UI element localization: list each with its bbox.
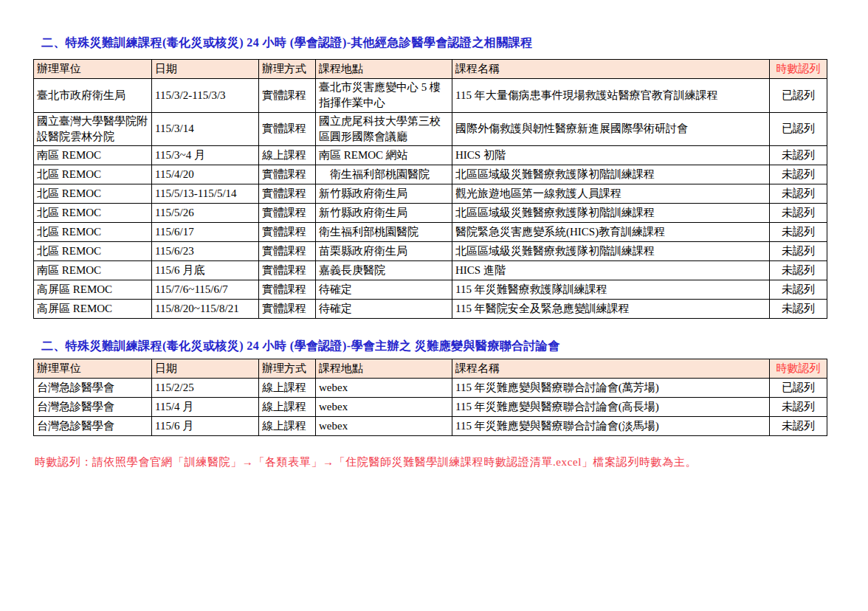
- course-name-cell: HICS 初階: [452, 146, 770, 165]
- table-header-row: 辦理單位日期辦理方式課程地點課程名稱時數認列: [34, 60, 827, 79]
- location-cell: 衛生福利部桃園醫院: [316, 223, 452, 242]
- organizer-cell: 北區 REMOC: [34, 165, 152, 184]
- method-cell: 實體課程: [259, 223, 316, 242]
- organizer-cell: 南區 REMOC: [34, 146, 152, 165]
- method-cell: 實體課程: [259, 79, 316, 113]
- course-name-cell: 115 年災難醫療救護隊訓練課程: [452, 280, 770, 300]
- column-header-method-cell: 辦理方式: [259, 359, 316, 379]
- date-cell: 115/6/17: [152, 223, 259, 242]
- location-cell: 臺北市災害應變中心 5 樓指揮作業中心: [316, 79, 452, 113]
- date-cell: 115/7/6~115/6/7: [152, 280, 259, 300]
- status-cell: 未認列: [770, 165, 827, 184]
- location-cell: webex: [316, 398, 452, 417]
- location-cell: 嘉義長庚醫院: [316, 261, 452, 280]
- column-header-date-cell: 日期: [152, 60, 259, 79]
- status-cell: 已認列: [770, 379, 827, 398]
- joint-conference-table: 辦理單位日期辦理方式課程地點課程名稱時數認列 台灣急診醫學會115/2/25線上…: [33, 359, 827, 436]
- course-name-cell: HICS 進階: [452, 261, 770, 280]
- course-name-cell: 北區區域級災難醫療救護隊初階訓練課程: [452, 165, 770, 184]
- method-cell: 實體課程: [259, 204, 316, 223]
- method-cell: 線上課程: [259, 417, 316, 436]
- location-cell: 新竹縣政府衛生局: [316, 184, 452, 204]
- date-cell: 115/2/25: [152, 379, 259, 398]
- organizer-cell: 北區 REMOC: [34, 242, 152, 261]
- organizer-cell: 臺北市政府衛生局: [34, 79, 152, 113]
- column-header-status-cell: 時數認列: [770, 60, 827, 79]
- table-row: 高屏區 REMOC115/7/6~115/6/7實體課程待確定115 年災難醫療…: [34, 280, 827, 300]
- date-cell: 115/6 月底: [152, 261, 259, 280]
- location-cell: 衛生福利部桃園醫院: [316, 165, 452, 184]
- organizer-cell: 台灣急診醫學會: [34, 398, 152, 417]
- status-cell: 未認列: [770, 184, 827, 204]
- date-cell: 115/3~4 月: [152, 146, 259, 165]
- method-cell: 實體課程: [259, 165, 316, 184]
- date-cell: 115/6 月: [152, 417, 259, 436]
- table-row: 高屏區 REMOC115/8/20~115/8/21實體課程待確定115 年醫院…: [34, 300, 827, 319]
- status-cell: 未認列: [770, 242, 827, 261]
- section-title-joint-conference: 二、特殊災難訓練課程(毒化災或核災) 24 小時 (學會認證)-學會主辦之 災難…: [41, 339, 868, 354]
- method-cell: 線上課程: [259, 398, 316, 417]
- location-cell: 國立虎尾科技大學第三校區圓形國際會議廳: [316, 112, 452, 146]
- date-cell: 115/4/20: [152, 165, 259, 184]
- date-cell: 115/3/14: [152, 112, 259, 146]
- course-name-cell: 115 年大量傷病患事件現場救護站醫療官教育訓練課程: [452, 79, 770, 113]
- table-row: 北區 REMOC115/4/20實體課程 衛生福利部桃園醫院北區區域級災難醫療救…: [34, 165, 827, 184]
- location-cell: 南區 REMOC 網站: [316, 146, 452, 165]
- table-row: 北區 REMOC115/5/13-115/5/14實體課程新竹縣政府衛生局觀光旅…: [34, 184, 827, 204]
- course-name-cell: 北區區域級災難醫療救護隊初階訓練課程: [452, 204, 770, 223]
- method-cell: 實體課程: [259, 300, 316, 319]
- location-cell: webex: [316, 417, 452, 436]
- course-name-cell: 北區區域級災難醫療救護隊初階訓練課程: [452, 242, 770, 261]
- organizer-cell: 台灣急診醫學會: [34, 417, 152, 436]
- table-row: 台灣急診醫學會115/2/25線上課程webex115 年災難應變與醫療聯合討論…: [34, 379, 827, 398]
- section-title-other-certified-courses: 二、特殊災難訓練課程(毒化災或核災) 24 小時 (學會認證)-其他經急診醫學會…: [41, 35, 868, 51]
- course-name-cell: 115 年醫院安全及緊急應變訓練課程: [452, 300, 770, 319]
- column-header-method-cell: 辦理方式: [259, 60, 316, 79]
- organizer-cell: 高屏區 REMOC: [34, 280, 152, 300]
- table-row: 北區 REMOC115/6/23實體課程苗栗縣政府衛生局北區區域級災難醫療救護隊…: [34, 242, 827, 261]
- method-cell: 實體課程: [259, 280, 316, 300]
- method-cell: 實體課程: [259, 261, 316, 280]
- location-cell: webex: [316, 379, 452, 398]
- course-name-cell: 國際外傷救護與韌性醫療新進展國際學術研討會: [452, 112, 770, 146]
- date-cell: 115/3/2-115/3/3: [152, 79, 259, 113]
- course-name-cell: 115 年災難應變與醫療聯合討論會(高長場): [452, 398, 770, 417]
- column-header-location-cell: 課程地點: [316, 359, 452, 379]
- organizer-cell: 北區 REMOC: [34, 204, 152, 223]
- method-cell: 實體課程: [259, 184, 316, 204]
- column-header-course-name-cell: 課程名稱: [452, 60, 770, 79]
- column-header-course-name-cell: 課程名稱: [452, 359, 770, 379]
- table-row: 北區 REMOC115/5/26實體課程新竹縣政府衛生局北區區域級災難醫療救護隊…: [34, 204, 827, 223]
- method-cell: 實體課程: [259, 242, 316, 261]
- course-name-cell: 觀光旅遊地區第一線救護人員課程: [452, 184, 770, 204]
- course-name-cell: 醫院緊急災害應變系統(HICS)教育訓練課程: [452, 223, 770, 242]
- date-cell: 115/4 月: [152, 398, 259, 417]
- organizer-cell: 台灣急診醫學會: [34, 379, 152, 398]
- date-cell: 115/8/20~115/8/21: [152, 300, 259, 319]
- other-certified-courses-table: 辦理單位日期辦理方式課程地點課程名稱時數認列 臺北市政府衛生局115/3/2-1…: [33, 59, 827, 319]
- table-row: 台灣急診醫學會115/6 月線上課程webex115 年災難應變與醫療聯合討論會…: [34, 417, 827, 436]
- date-cell: 115/6/23: [152, 242, 259, 261]
- status-cell: 未認列: [770, 204, 827, 223]
- status-cell: 已認列: [770, 79, 827, 113]
- table-row: 國立臺灣大學醫學院附設醫院雲林分院115/3/14實體課程國立虎尾科技大學第三校…: [34, 112, 827, 146]
- location-cell: 苗栗縣政府衛生局: [316, 242, 452, 261]
- status-cell: 未認列: [770, 146, 827, 165]
- location-cell: 新竹縣政府衛生局: [316, 204, 452, 223]
- method-cell: 實體課程: [259, 112, 316, 146]
- table-header-row: 辦理單位日期辦理方式課程地點課程名稱時數認列: [34, 359, 827, 379]
- document-page: 二、特殊災難訓練課程(毒化災或核災) 24 小時 (學會認證)-其他經急診醫學會…: [0, 0, 868, 611]
- table-row: 台灣急診醫學會115/4 月線上課程webex115 年災難應變與醫療聯合討論會…: [34, 398, 827, 417]
- organizer-cell: 南區 REMOC: [34, 261, 152, 280]
- table-row: 南區 REMOC115/6 月底實體課程嘉義長庚醫院HICS 進階未認列: [34, 261, 827, 280]
- method-cell: 線上課程: [259, 146, 316, 165]
- column-header-location-cell: 課程地點: [316, 60, 452, 79]
- location-cell: 待確定: [316, 280, 452, 300]
- status-cell: 已認列: [770, 112, 827, 146]
- course-name-cell: 115 年災難應變與醫療聯合討論會(萬芳場): [452, 379, 770, 398]
- status-cell: 未認列: [770, 261, 827, 280]
- organizer-cell: 高屏區 REMOC: [34, 300, 152, 319]
- date-cell: 115/5/13-115/5/14: [152, 184, 259, 204]
- table-row: 臺北市政府衛生局115/3/2-115/3/3實體課程臺北市災害應變中心 5 樓…: [34, 79, 827, 113]
- location-cell: 待確定: [316, 300, 452, 319]
